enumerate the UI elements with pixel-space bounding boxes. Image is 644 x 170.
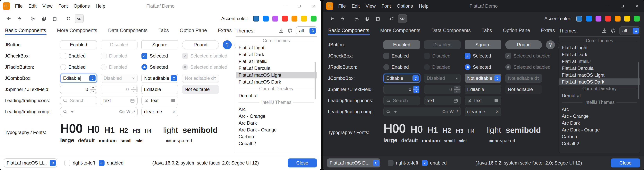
- download-icon[interactable]: [602, 28, 607, 34]
- combobox-arrow-button[interactable]: [89, 75, 96, 81]
- theme-item[interactable]: FlatLaf macOS Light: [559, 72, 640, 78]
- radio-selected[interactable]: Selected: [465, 64, 501, 70]
- show-eye-toggle-button[interactable]: [75, 14, 84, 23]
- combobox-arrow-button[interactable]: [50, 160, 56, 166]
- theme-item[interactable]: Cobalt 2: [559, 140, 640, 147]
- editable-textfield[interactable]: Editable: [465, 85, 501, 94]
- theme-item[interactable]: Arc - Orange: [236, 113, 317, 119]
- clear-icon[interactable]: ×: [172, 109, 176, 114]
- help-button[interactable]: ?: [546, 40, 555, 49]
- tab-data-components[interactable]: Data Components: [108, 28, 148, 36]
- copy-button[interactable]: [40, 14, 48, 23]
- date-input[interactable]: text: [101, 96, 138, 105]
- regex-icon[interactable]: .*: [132, 109, 135, 114]
- whole-words-icon[interactable]: W: [450, 109, 454, 114]
- github-icon[interactable]: [287, 28, 293, 34]
- date-input[interactable]: text: [424, 96, 461, 105]
- tab-more-components[interactable]: More Components: [380, 28, 421, 36]
- theme-item[interactable]: FlatLaf Light: [236, 44, 317, 51]
- chevron-up-icon[interactable]: [413, 86, 419, 89]
- search-options-input[interactable]: CcW.*: [383, 107, 461, 116]
- square-button[interactable]: Square: [465, 40, 501, 49]
- calendar-icon[interactable]: [130, 98, 135, 103]
- radio-selected-icon[interactable]: [465, 64, 470, 70]
- lookandfeel-combobox[interactable]: FlatLaf macOS D...: [327, 158, 380, 167]
- accent-swatch-red[interactable]: [605, 16, 611, 22]
- checkbox-checked-icon[interactable]: ✓: [142, 53, 147, 59]
- whole-words-icon[interactable]: W: [126, 109, 130, 114]
- checkbox-enabled[interactable]: Enabled: [383, 53, 420, 59]
- back-button[interactable]: [328, 14, 336, 23]
- not-editable-combobox[interactable]: Not editable: [465, 74, 501, 83]
- theme-item[interactable]: Carbon: [559, 133, 640, 140]
- combobox-arrow-button[interactable]: [633, 28, 639, 34]
- accent-swatch-default[interactable]: [253, 16, 259, 22]
- maximize-button[interactable]: [615, 0, 630, 12]
- combobox-arrow-button[interactable]: [310, 28, 316, 34]
- theme-item[interactable]: Arc Dark - Orange: [236, 126, 317, 133]
- combobox-arrow-button[interactable]: [171, 75, 177, 81]
- checkbox-selected[interactable]: ✓Selected: [142, 53, 178, 59]
- combobox-arrow-button[interactable]: [373, 160, 379, 166]
- theme-item-selected[interactable]: FlatLaf macOS Light: [236, 72, 317, 78]
- menu-file[interactable]: File: [12, 0, 26, 12]
- close-window-button[interactable]: [630, 0, 644, 12]
- accent-swatch-purple[interactable]: [272, 16, 278, 22]
- refresh-button[interactable]: [64, 14, 73, 23]
- forward-button[interactable]: [338, 14, 347, 23]
- theme-item-selected[interactable]: FlatLaf macOS Dark: [559, 78, 640, 85]
- checkbox-checked-icon[interactable]: ✓: [465, 53, 470, 59]
- help-button[interactable]: ?: [223, 40, 232, 49]
- menu-help[interactable]: Help: [92, 0, 108, 12]
- checkbox-icon[interactable]: [64, 160, 70, 166]
- editable-combobox[interactable]: Editable: [383, 74, 420, 83]
- menu-options[interactable]: Options: [394, 0, 416, 12]
- theme-item[interactable]: FlatLaf Dark: [559, 51, 640, 58]
- lookandfeel-combobox[interactable]: FlatLaf macOS Li...: [4, 158, 57, 167]
- radio-selected-icon[interactable]: [142, 64, 147, 70]
- maximize-button[interactable]: [292, 0, 306, 12]
- chevron-down-icon[interactable]: [413, 89, 419, 93]
- clear-me-input[interactable]: clear me×: [142, 107, 178, 116]
- checkbox-checked-icon[interactable]: ✓: [99, 160, 104, 166]
- match-case-icon[interactable]: Cc: [119, 109, 124, 114]
- regex-icon[interactable]: .*: [456, 109, 458, 114]
- tab-basic-components[interactable]: Basic Components: [328, 28, 370, 36]
- accent-swatch-green[interactable]: [311, 16, 316, 22]
- radio-icon[interactable]: [60, 64, 66, 70]
- theme-item[interactable]: FlatLaf Light: [559, 44, 640, 51]
- themes-list[interactable]: Core Themes FlatLaf Light FlatLaf Dark F…: [559, 36, 640, 153]
- enabled-checkbox[interactable]: ✓enabled: [99, 160, 124, 166]
- theme-item[interactable]: FlatLaf Dark: [236, 51, 317, 58]
- theme-item[interactable]: Arc - Orange: [559, 113, 640, 119]
- menu-font[interactable]: Font: [379, 0, 394, 12]
- tab-tabs[interactable]: Tabs: [158, 28, 169, 36]
- chevron-down-icon[interactable]: [90, 89, 96, 93]
- clear-me-input[interactable]: clear me×: [465, 107, 501, 116]
- theme-item[interactable]: FlatLaf IntelliJ: [236, 58, 317, 65]
- paste-button[interactable]: [373, 14, 382, 23]
- menu-file[interactable]: File: [335, 0, 349, 12]
- caret-down-icon[interactable]: [393, 109, 398, 114]
- github-icon[interactable]: [610, 28, 616, 34]
- tab-extras[interactable]: Extras: [541, 28, 555, 36]
- enabled-button[interactable]: Enabled: [60, 40, 97, 49]
- accent-swatch-blue[interactable]: [263, 16, 269, 22]
- themes-filter-combobox[interactable]: all: [620, 26, 640, 35]
- titlebar[interactable]: FL File Edit View Font Options Help Flat…: [323, 0, 644, 12]
- theme-item[interactable]: Arc: [559, 106, 640, 113]
- editable-textfield[interactable]: Editable: [142, 85, 178, 94]
- not-editable-combobox[interactable]: Not editable: [142, 74, 178, 83]
- tab-basic-components[interactable]: Basic Components: [5, 28, 46, 36]
- download-icon[interactable]: [278, 28, 284, 34]
- user-input[interactable]: text: [142, 96, 178, 105]
- combobox-arrow-button[interactable]: [412, 75, 419, 81]
- list-icon[interactable]: [170, 98, 176, 103]
- spinner[interactable]: 0: [383, 85, 420, 94]
- tab-option-pane[interactable]: Option Pane: [502, 28, 530, 36]
- accent-swatch-yellow[interactable]: [301, 16, 307, 22]
- menu-help[interactable]: Help: [416, 0, 431, 12]
- search-input[interactable]: Search: [60, 96, 97, 105]
- themes-filter-combobox[interactable]: all: [296, 26, 317, 35]
- menu-view[interactable]: View: [363, 0, 379, 12]
